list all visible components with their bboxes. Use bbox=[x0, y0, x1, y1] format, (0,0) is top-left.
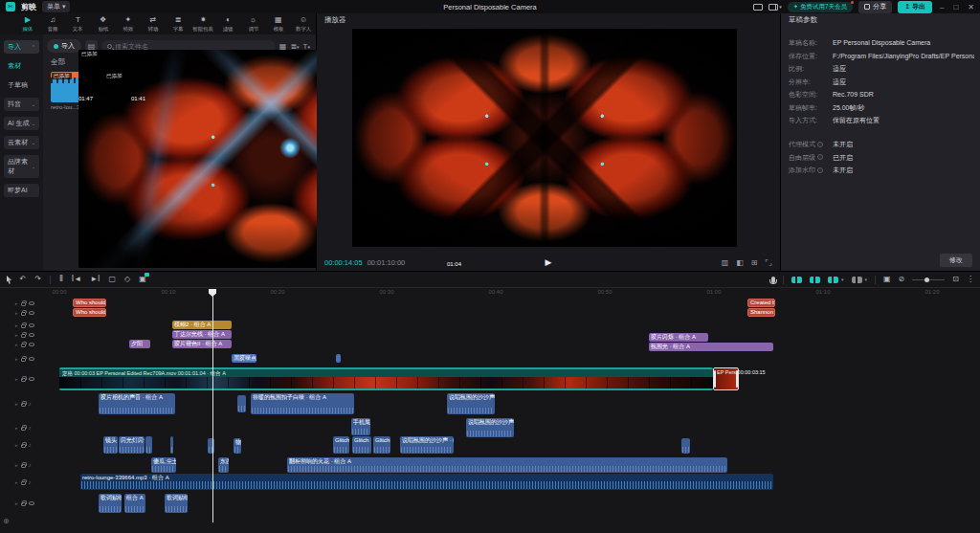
eye-icon[interactable] bbox=[29, 377, 34, 381]
ratio-icon[interactable]: ◧ bbox=[736, 258, 744, 267]
track-caret-icon[interactable]: ▸ bbox=[15, 342, 18, 347]
media-tab-9[interactable]: ☼调节 bbox=[241, 13, 266, 34]
close-button[interactable]: ✕ bbox=[966, 3, 976, 11]
timeline-clip-22[interactable] bbox=[145, 436, 152, 454]
track-caret-icon[interactable]: ▸ bbox=[15, 322, 18, 328]
timeline-clip-17[interactable]: 说唱氛围的沙沙声 · 组合 bbox=[447, 393, 495, 414]
lock-icon[interactable] bbox=[21, 403, 26, 407]
timeline-clip-19[interactable]: 说唱氛围的沙沙声 · 组合 bbox=[466, 418, 514, 437]
timeline-clip-25[interactable]: 物 bbox=[234, 438, 241, 454]
info-icon[interactable]: i bbox=[817, 142, 823, 147]
timeline-clip-21[interactable]: 闪光灯闪一下 bbox=[119, 436, 145, 454]
sidebar-item-0[interactable]: 导入⌃ bbox=[4, 40, 39, 54]
lock-icon[interactable] bbox=[21, 427, 26, 431]
timeline-clip-31[interactable]: 傻瓜,尘土的 bbox=[151, 457, 176, 473]
fullscreen-icon[interactable]: ⌜⌟ bbox=[766, 258, 773, 267]
sidebar-item-4[interactable]: AI 生成⌄ bbox=[4, 117, 39, 130]
timeline-clip-36[interactable]: 组合 A bbox=[124, 494, 145, 513]
track-caret-icon[interactable]: ▸ bbox=[15, 376, 18, 382]
timeline-clip-6[interactable]: 胶片闪烁 · 组合 A bbox=[649, 333, 708, 342]
timeline-clip-32[interactable]: 东西 bbox=[218, 457, 229, 473]
timeline-clip-23[interactable] bbox=[170, 436, 173, 454]
lock-icon[interactable] bbox=[21, 444, 26, 448]
member-trial-badge[interactable]: ✦ 免费试用7天会员 bbox=[788, 2, 853, 12]
track-caret-icon[interactable]: ▸ bbox=[15, 300, 18, 306]
media-tab-0[interactable]: ▶媒体 bbox=[15, 13, 40, 34]
sidebar-item-6[interactable]: 品牌素材⌄ bbox=[4, 155, 39, 178]
timeline-clip-29[interactable]: 说唱氛围的沙沙声 · 组合 A bbox=[400, 436, 454, 454]
menu-button[interactable]: 菜单 ▾ bbox=[42, 1, 70, 12]
maximize-button[interactable]: □ bbox=[951, 3, 960, 11]
eye-icon[interactable] bbox=[29, 311, 34, 315]
sidebar-item-1[interactable]: 素材 bbox=[4, 59, 39, 73]
eye-icon[interactable] bbox=[29, 301, 34, 305]
media-tab-5[interactable]: ⇄转场 bbox=[141, 13, 166, 34]
monitor-icon[interactable] bbox=[753, 4, 763, 11]
layout-button[interactable]: ▾ bbox=[768, 2, 782, 11]
media-item-2[interactable]: 已添加01:04EP Person...c709A.mov bbox=[156, 72, 200, 110]
track-caret-icon[interactable]: ▸ bbox=[15, 462, 18, 468]
media-tab-6[interactable]: ≣字幕 bbox=[166, 13, 190, 34]
media-tab-8[interactable]: ◐滤镜 bbox=[215, 13, 240, 34]
mute-icon[interactable]: ♪ bbox=[29, 401, 32, 407]
timeline-clip-2[interactable]: Who should be bbox=[73, 308, 106, 317]
media-tab-7[interactable]: ✷智能包装 bbox=[190, 13, 215, 34]
timeline-clip-8[interactable]: 胶片褪色II · 组合 A bbox=[172, 340, 232, 348]
timeline-clip-27[interactable]: Glitch bbox=[352, 436, 371, 454]
track-caret-icon[interactable]: ▸ bbox=[15, 500, 18, 506]
eye-icon[interactable] bbox=[29, 323, 34, 327]
timeline-clip-35[interactable]: 歌词贴纸 bbox=[99, 494, 122, 513]
timeline-clip-28[interactable]: Glitch bbox=[373, 436, 390, 454]
import-button[interactable]: 导入 bbox=[47, 39, 81, 53]
timeline-clip-20[interactable]: 镜头 bbox=[103, 436, 118, 454]
track-caret-icon[interactable]: ▸ bbox=[15, 479, 18, 485]
playhead-head[interactable] bbox=[209, 289, 216, 297]
sidebar-item-2[interactable]: 子草稿 bbox=[4, 78, 39, 92]
minimize-button[interactable]: – bbox=[938, 3, 946, 11]
timeline-clip-0[interactable]: Who should be bbox=[73, 299, 106, 307]
lock-icon[interactable] bbox=[21, 502, 26, 506]
media-tab-3[interactable]: ❖贴纸 bbox=[91, 13, 116, 34]
export-button[interactable]: ↥导出 bbox=[898, 1, 932, 13]
media-tab-1[interactable]: ♫音频 bbox=[40, 13, 65, 34]
track-caret-icon[interactable]: ▸ bbox=[15, 332, 18, 338]
search-input[interactable] bbox=[115, 43, 270, 50]
timeline-clip-18[interactable]: 手机尾音 bbox=[351, 418, 370, 435]
timeline-clip-16[interactable]: 很暖的氛围拍子白噪 · 组合 A bbox=[251, 393, 354, 414]
timeline-clip-5[interactable]: 丁达尔光线 · 组合 A bbox=[172, 330, 232, 339]
lock-icon[interactable] bbox=[21, 312, 26, 316]
media-tab-11[interactable]: ☺数字人 bbox=[291, 13, 316, 34]
modify-button[interactable]: 修改 bbox=[940, 254, 972, 267]
mute-icon[interactable]: ♪ bbox=[29, 442, 32, 448]
timeline-clip-37[interactable]: 歌词贴纸 bbox=[165, 494, 188, 513]
info-icon[interactable]: i bbox=[817, 167, 823, 173]
pip-icon[interactable]: ⊞ bbox=[751, 258, 758, 267]
track-caret-icon[interactable]: ▸ bbox=[15, 442, 18, 448]
timeline-clip-1[interactable]: Created by bbox=[747, 299, 775, 307]
eye-icon[interactable] bbox=[29, 501, 34, 505]
mute-icon[interactable]: ♪ bbox=[29, 479, 32, 485]
add-track-icon[interactable]: ⊕ bbox=[3, 517, 10, 525]
timeline-clip-30[interactable] bbox=[681, 438, 690, 454]
lock-icon[interactable] bbox=[21, 324, 26, 328]
lock-icon[interactable] bbox=[21, 481, 26, 485]
media-tab-2[interactable]: T文本 bbox=[65, 13, 90, 34]
timeline-clip-33[interactable]: 翻柜彻响的火花 · 组合 A bbox=[287, 457, 727, 473]
sidebar-item-3[interactable]: 抖音⌄ bbox=[4, 98, 39, 111]
lock-icon[interactable] bbox=[21, 358, 26, 362]
lock-icon[interactable] bbox=[21, 302, 26, 306]
timeline-clip-9[interactable]: 氛围光 · 组合 A bbox=[649, 343, 773, 351]
track-caret-icon[interactable]: ▸ bbox=[15, 425, 18, 431]
track-caret-icon[interactable]: ▸ bbox=[15, 310, 18, 316]
share-button[interactable]: 分享 bbox=[858, 1, 892, 13]
timeline-clip-15[interactable] bbox=[237, 395, 246, 412]
timeline-clip-13[interactable]: EP Pers 00:00:03:15 bbox=[713, 367, 739, 390]
sidebar-item-5[interactable]: 云素材⌄ bbox=[4, 136, 39, 149]
timeline-clip-4[interactable]: 模糊2 · 组合 A bbox=[172, 321, 232, 329]
info-icon[interactable]: i bbox=[817, 154, 823, 160]
eye-icon[interactable] bbox=[29, 357, 34, 361]
playhead-line[interactable] bbox=[212, 289, 213, 522]
lock-icon[interactable] bbox=[21, 344, 26, 347]
lock-icon[interactable] bbox=[21, 334, 26, 338]
track-caret-icon[interactable]: ▸ bbox=[15, 356, 18, 362]
